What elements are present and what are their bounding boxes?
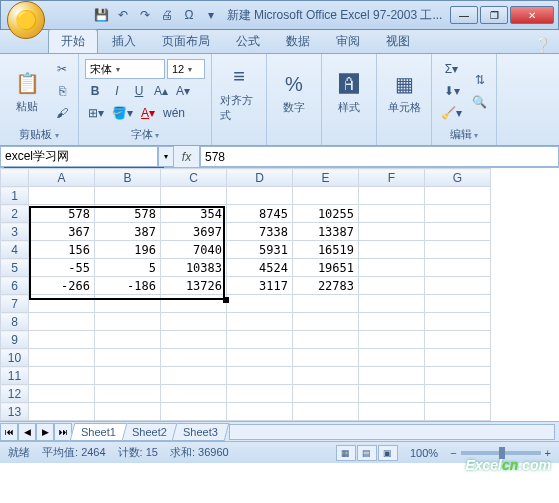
view-layout-icon[interactable]: ▤ bbox=[357, 445, 377, 461]
cell-F7[interactable] bbox=[359, 295, 425, 313]
cell-G12[interactable] bbox=[425, 385, 491, 403]
cell-E8[interactable] bbox=[293, 313, 359, 331]
col-header-C[interactable]: C bbox=[161, 169, 227, 187]
sheet-tab-sheet2[interactable]: Sheet2 bbox=[120, 423, 178, 441]
tab-view[interactable]: 视图 bbox=[374, 30, 422, 53]
tab-data[interactable]: 数据 bbox=[274, 30, 322, 53]
cell-B10[interactable] bbox=[95, 349, 161, 367]
maximize-button[interactable]: ❐ bbox=[480, 6, 508, 24]
cell-A6[interactable]: -266 bbox=[29, 277, 95, 295]
cell-F8[interactable] bbox=[359, 313, 425, 331]
styles-button[interactable]: 🅰 样式 bbox=[328, 66, 370, 119]
cell-A13[interactable] bbox=[29, 403, 95, 421]
cell-F1[interactable] bbox=[359, 187, 425, 205]
alignment-button[interactable]: ≡ 对齐方式 bbox=[218, 59, 260, 127]
cell-D4[interactable]: 5931 bbox=[227, 241, 293, 259]
fx-button[interactable]: fx bbox=[174, 146, 200, 167]
borders-icon[interactable]: ⊞▾ bbox=[85, 103, 107, 123]
cell-C1[interactable] bbox=[161, 187, 227, 205]
cell-G5[interactable] bbox=[425, 259, 491, 277]
cell-F9[interactable] bbox=[359, 331, 425, 349]
sort-filter-icon[interactable]: ⇅ bbox=[469, 70, 490, 90]
cell-F5[interactable] bbox=[359, 259, 425, 277]
cell-B9[interactable] bbox=[95, 331, 161, 349]
redo-icon[interactable]: ↷ bbox=[137, 7, 153, 23]
cell-C11[interactable] bbox=[161, 367, 227, 385]
cell-D8[interactable] bbox=[227, 313, 293, 331]
cut-icon[interactable]: ✂ bbox=[52, 59, 72, 79]
zoom-out-button[interactable]: − bbox=[450, 447, 456, 459]
find-icon[interactable]: 🔍 bbox=[469, 92, 490, 112]
col-header-F[interactable]: F bbox=[359, 169, 425, 187]
cell-F13[interactable] bbox=[359, 403, 425, 421]
clear-icon[interactable]: 🧹▾ bbox=[438, 103, 465, 123]
row-header-8[interactable]: 8 bbox=[1, 313, 29, 331]
cell-B7[interactable] bbox=[95, 295, 161, 313]
cell-G2[interactable] bbox=[425, 205, 491, 223]
cell-F3[interactable] bbox=[359, 223, 425, 241]
minimize-button[interactable]: — bbox=[450, 6, 478, 24]
cell-D13[interactable] bbox=[227, 403, 293, 421]
row-header-1[interactable]: 1 bbox=[1, 187, 29, 205]
col-header-A[interactable]: A bbox=[29, 169, 95, 187]
cell-E13[interactable] bbox=[293, 403, 359, 421]
cell-F6[interactable] bbox=[359, 277, 425, 295]
row-header-13[interactable]: 13 bbox=[1, 403, 29, 421]
cells-button[interactable]: ▦ 单元格 bbox=[383, 66, 425, 119]
paste-button[interactable]: 📋 粘贴 bbox=[6, 65, 48, 118]
row-header-3[interactable]: 3 bbox=[1, 223, 29, 241]
underline-button[interactable]: U bbox=[129, 81, 149, 101]
cell-D1[interactable] bbox=[227, 187, 293, 205]
cell-B11[interactable] bbox=[95, 367, 161, 385]
cell-B8[interactable] bbox=[95, 313, 161, 331]
bold-button[interactable]: B bbox=[85, 81, 105, 101]
cell-F2[interactable] bbox=[359, 205, 425, 223]
col-header-G[interactable]: G bbox=[425, 169, 491, 187]
cell-C2[interactable]: 354 bbox=[161, 205, 227, 223]
fill-icon[interactable]: ⬇▾ bbox=[438, 81, 465, 101]
cell-B12[interactable] bbox=[95, 385, 161, 403]
selection-handle[interactable] bbox=[223, 297, 229, 303]
cell-F11[interactable] bbox=[359, 367, 425, 385]
cell-D7[interactable] bbox=[227, 295, 293, 313]
cell-A2[interactable]: 578 bbox=[29, 205, 95, 223]
number-button[interactable]: % 数字 bbox=[273, 66, 315, 119]
tab-insert[interactable]: 插入 bbox=[100, 30, 148, 53]
shrink-font-icon[interactable]: A▾ bbox=[173, 81, 193, 101]
select-all-corner[interactable] bbox=[1, 169, 29, 187]
cell-C9[interactable] bbox=[161, 331, 227, 349]
cell-G4[interactable] bbox=[425, 241, 491, 259]
row-header-7[interactable]: 7 bbox=[1, 295, 29, 313]
omega-icon[interactable]: Ω bbox=[181, 7, 197, 23]
close-button[interactable]: ✕ bbox=[510, 6, 554, 24]
font-color-icon[interactable]: A▾ bbox=[138, 103, 158, 123]
cell-D11[interactable] bbox=[227, 367, 293, 385]
cell-B3[interactable]: 387 bbox=[95, 223, 161, 241]
tab-nav-first[interactable]: ⏮ bbox=[0, 423, 18, 441]
tab-home[interactable]: 开始 bbox=[48, 29, 98, 53]
cell-E9[interactable] bbox=[293, 331, 359, 349]
format-painter-icon[interactable]: 🖌 bbox=[52, 103, 72, 123]
cell-C10[interactable] bbox=[161, 349, 227, 367]
view-pagebreak-icon[interactable]: ▣ bbox=[378, 445, 398, 461]
cell-C12[interactable] bbox=[161, 385, 227, 403]
cell-G7[interactable] bbox=[425, 295, 491, 313]
cell-G10[interactable] bbox=[425, 349, 491, 367]
cell-E10[interactable] bbox=[293, 349, 359, 367]
name-box-dropdown[interactable]: ▾ bbox=[158, 146, 174, 167]
cell-A3[interactable]: 367 bbox=[29, 223, 95, 241]
cell-B6[interactable]: -186 bbox=[95, 277, 161, 295]
cell-D12[interactable] bbox=[227, 385, 293, 403]
row-header-9[interactable]: 9 bbox=[1, 331, 29, 349]
cell-C5[interactable]: 10383 bbox=[161, 259, 227, 277]
cell-D9[interactable] bbox=[227, 331, 293, 349]
view-normal-icon[interactable]: ▦ bbox=[336, 445, 356, 461]
save-icon[interactable]: 💾 bbox=[93, 7, 109, 23]
cell-A5[interactable]: -55 bbox=[29, 259, 95, 277]
spreadsheet-grid[interactable]: ABCDEFG125785783548745102553367387369773… bbox=[0, 168, 559, 421]
cell-A7[interactable] bbox=[29, 295, 95, 313]
fill-color-icon[interactable]: 🪣▾ bbox=[109, 103, 136, 123]
cell-G1[interactable] bbox=[425, 187, 491, 205]
office-button[interactable]: 🟡 bbox=[7, 1, 45, 39]
copy-icon[interactable]: ⎘ bbox=[52, 81, 72, 101]
